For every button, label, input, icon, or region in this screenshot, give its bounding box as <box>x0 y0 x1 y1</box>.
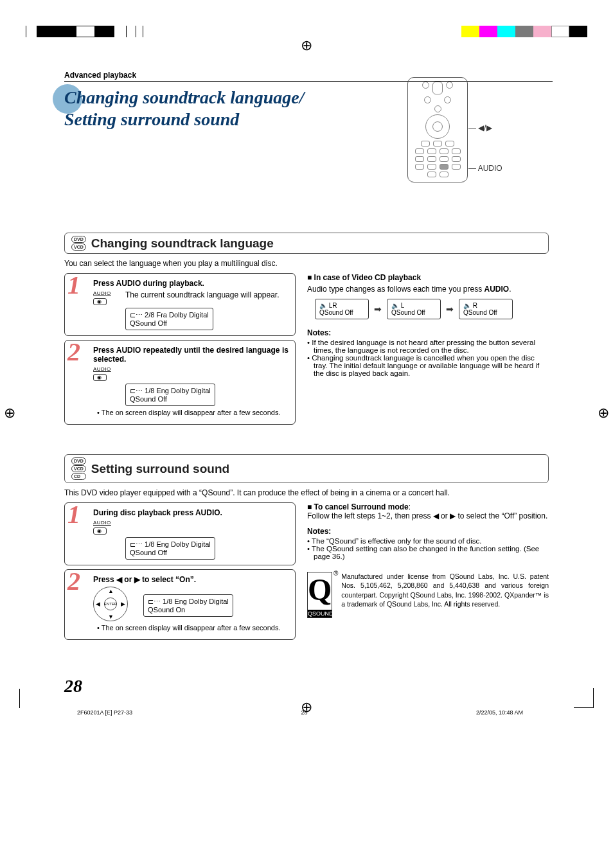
osd-line2: QSound On <box>148 606 229 614</box>
step-number: 1 <box>67 272 80 298</box>
cancel-heading-line: ■ To cancel Surround mode: <box>307 502 549 511</box>
arrow-icon: ➡ <box>374 304 382 314</box>
audio-type-cycle: 🔈 LR QSound Off ➡ 🔈 L QSound Off ➡ 🔈 R Q… <box>315 299 549 319</box>
step1-body: The current soundtrack language will app… <box>125 290 289 305</box>
audio-type-box: 🔈 R QSound Off <box>459 299 513 319</box>
section1-left-col: 1 Press AUDIO during playback. AUDIO The… <box>64 273 296 429</box>
note-item: Changing soundtrack language is cancelle… <box>307 354 549 377</box>
audio-button-icon <box>93 374 107 381</box>
registration-mark-left: ⊕ <box>4 405 15 421</box>
audio-type-box: 🔈 L QSound Off <box>387 299 441 319</box>
footer-metadata: 2F60201A [E] P27-33 28 2/22/05, 10:48 AM <box>77 709 523 716</box>
registration-mark-bottom: ⊕ <box>301 699 312 716</box>
step1-title: Press AUDIO during playback. <box>93 279 289 288</box>
step2-note: The on screen display will disappear aft… <box>97 409 289 416</box>
section2-step2: 2 Press ◀ or ▶ to select “On”. ENTER ▲ ▼… <box>64 569 296 640</box>
qsound-license-text: Manufactured under license from QSound L… <box>341 572 549 608</box>
qsound-logo: Q QSOUND ® <box>307 572 332 618</box>
footer-file: 2F60201A [E] P27-33 <box>77 709 132 716</box>
vcd-body: Audio type changes as follows each time … <box>307 285 549 294</box>
note-item: The QSound setting can also be changed i… <box>307 545 549 560</box>
callout-audio: — AUDIO <box>468 164 502 173</box>
step2-title: Press ◀ or ▶ to select “On”. <box>93 575 289 584</box>
section1-heading-bar: DVD VCD Changing soundtrack language <box>64 233 549 254</box>
crop-mark <box>19 689 39 708</box>
osd-line2: QSound Off <box>130 549 211 556</box>
notes-heading: Notes: <box>307 328 549 337</box>
vcd-heading: In case of Video CD playback <box>307 273 549 282</box>
registration-mark-top: ⊕ <box>301 37 312 54</box>
note-item: The “QSound” is effective only for the s… <box>307 537 549 545</box>
section2-heading-bar: DVD VCD CD Setting surround sound <box>64 454 549 483</box>
osd-line1: 1/8 Eng Dolby Digital <box>148 598 229 606</box>
content-area: Advanced playback Changing soundtrack la… <box>64 71 549 716</box>
section2-intro: This DVD video player equipped with a “Q… <box>64 488 549 497</box>
section2-right-col: ■ To cancel Surround mode: Follow the le… <box>307 502 549 644</box>
osd-line1: 1/8 Eng Dolby Digital <box>130 387 211 395</box>
notes-list: The “QSound” is effective only for the s… <box>307 537 549 560</box>
section1-intro: You can select the language when you pla… <box>64 259 549 268</box>
page-title-block: Changing soundtrack language/ Setting su… <box>64 87 549 130</box>
osd-display: 2/8 Fra Dolby Digital QSound Off <box>125 308 213 330</box>
section1-columns: 1 Press AUDIO during playback. AUDIO The… <box>64 273 549 429</box>
cancel-body: Follow the left steps 1~2, then press ◀ … <box>307 511 549 520</box>
section2-left-col: 1 During disc playback press AUDIO. AUDI… <box>64 502 296 644</box>
registered-icon: ® <box>333 570 338 577</box>
audio-button-graphic: AUDIO <box>93 520 116 535</box>
arrow-icon: ➡ <box>446 304 454 314</box>
step-number: 2 <box>67 569 80 594</box>
qsound-license-block: Q QSOUND ® Manufactured under license fr… <box>307 572 549 618</box>
step2-title: Press AUDIO repeatedly until the desired… <box>93 346 289 364</box>
step2-note: The on screen display will disappear aft… <box>97 624 289 632</box>
section1-step2: 2 Press AUDIO repeatedly until the desir… <box>64 340 296 425</box>
osd-line2: QSound Off <box>130 395 211 403</box>
disc-badges: DVD VCD CD <box>71 457 86 480</box>
step-number: 1 <box>67 502 80 527</box>
page: ⊕ ⊕ ⊕ Advanced playback Changing soundtr… <box>0 0 613 729</box>
print-color-bars <box>26 26 587 37</box>
osd-line2: QSound Off <box>130 319 209 327</box>
osd-display: 1/8 Eng Dolby Digital QSound Off <box>125 537 215 560</box>
step-number: 2 <box>67 339 80 365</box>
enter-dpad-icon: ENTER ▲ ▼ ◀ ▶ <box>93 587 128 621</box>
page-number: 28 <box>64 676 549 696</box>
crop-mark <box>574 688 594 708</box>
audio-button-icon <box>93 298 107 305</box>
osd-display: 1/8 Eng Dolby Digital QSound On <box>143 594 233 617</box>
section1-step1: 1 Press AUDIO during playback. AUDIO The… <box>64 273 296 336</box>
notes-list: If the desired language is not heard aft… <box>307 339 549 377</box>
title-line2: Setting surround sound <box>64 109 239 129</box>
section2-columns: 1 During disc playback press AUDIO. AUDI… <box>64 502 549 644</box>
page-title: Changing soundtrack language/ Setting su… <box>64 87 549 130</box>
registration-mark-right: ⊕ <box>598 405 609 421</box>
title-line1: Changing soundtrack language/ <box>64 87 304 107</box>
section1-heading: Changing soundtrack language <box>91 236 274 251</box>
step1-title: During disc playback press AUDIO. <box>93 508 289 517</box>
note-item: If the desired language is not heard aft… <box>307 339 549 354</box>
section2-step1: 1 During disc playback press AUDIO. AUDI… <box>64 502 296 565</box>
section2-heading: Setting surround sound <box>91 462 229 476</box>
audio-type-box: 🔈 LR QSound Off <box>315 299 369 319</box>
audio-button-icon <box>93 527 107 535</box>
disc-badges: DVD VCD <box>71 236 86 251</box>
osd-display: 1/8 Eng Dolby Digital QSound Off <box>125 384 215 406</box>
audio-button-graphic: AUDIO <box>93 290 116 305</box>
section1-right-col: In case of Video CD playback Audio type … <box>307 273 549 429</box>
osd-line1: 2/8 Fra Dolby Digital <box>130 311 209 319</box>
footer-datetime: 2/22/05, 10:48 AM <box>476 709 523 716</box>
audio-button-graphic: AUDIO <box>93 366 116 381</box>
osd-line1: 1/8 Eng Dolby Digital <box>130 540 211 549</box>
notes-heading: Notes: <box>307 527 549 536</box>
